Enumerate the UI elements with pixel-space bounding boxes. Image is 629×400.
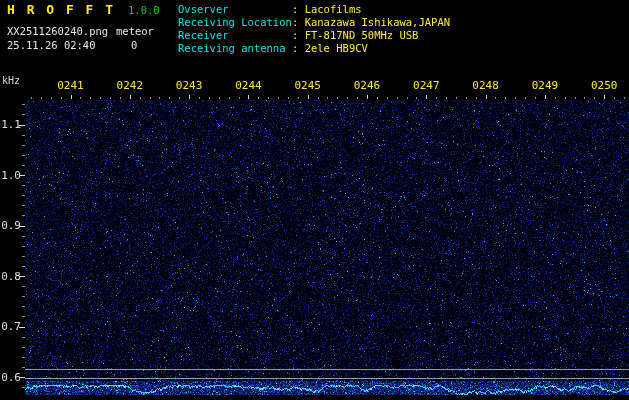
info-label: Receiving antenna [178,42,292,55]
app-version: 1.0.0 [128,4,160,16]
info-separator: : [292,42,305,54]
info-label: Receiving Location [178,16,292,29]
info-separator: : [292,16,305,28]
info-separator: : [292,3,305,15]
info-separator: : [292,29,305,41]
x-tick-label: 0243 [176,79,203,92]
info-value: 2ele HB9CV [305,42,368,54]
x-tick-label: 0246 [354,79,381,92]
x-tick-label: 0241 [57,79,84,92]
info-value: Kanazawa Ishikawa,JAPAN [305,16,450,28]
output-filename: XX2511260240.png [7,25,108,37]
app-title: H R O F F T [7,2,115,17]
y-axis-unit-label: kHz [2,75,20,86]
y-tick-label: 0.9 [0,219,21,232]
observation-datetime: 25.11.26 02:40 [7,39,96,51]
y-tick-label: 1.0 [0,169,21,182]
info-label: Ovserver [178,3,292,16]
station-info-block: Ovserver: Lacofilms Receiving Location: … [178,3,450,55]
spectrogram-canvas [25,100,629,395]
info-row-observer: Ovserver: Lacofilms [178,3,450,16]
x-tick-label: 0242 [117,79,144,92]
y-tick-label: 0.8 [0,270,21,283]
meteor-count: 0 [131,39,137,51]
x-tick-label: 0245 [294,79,321,92]
info-value: FT-817ND 50MHz USB [305,29,419,41]
info-row-receiver: Receiver: FT-817ND 50MHz USB [178,29,450,42]
x-tick-label: 0244 [235,79,262,92]
x-tick-label: 0249 [532,79,559,92]
info-value: Lacofilms [305,3,362,15]
y-tick-label: 0.7 [0,320,21,333]
x-tick-label: 0248 [472,79,499,92]
hrofft-window: H R O F F T 1.0.0 XX2511260240.png meteo… [0,0,629,400]
y-tick-label: 1.1 [0,118,21,131]
y-tick-label: 0.6 [0,371,21,384]
x-tick-label: 0247 [413,79,440,92]
x-tick-label: 0250 [591,79,618,92]
info-row-antenna: Receiving antenna: 2ele HB9CV [178,42,450,55]
info-label: Receiver [178,29,292,42]
info-row-location: Receiving Location: Kanazawa Ishikawa,JA… [178,16,450,29]
mode-label: meteor [116,25,154,37]
